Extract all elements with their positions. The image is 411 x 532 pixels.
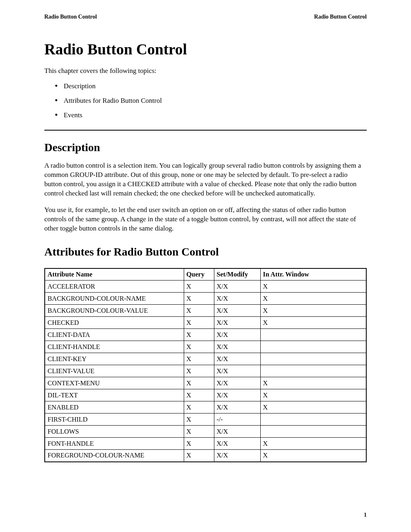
cell-setmodify: -/- — [214, 414, 260, 426]
cell-inattr — [260, 426, 366, 438]
attributes-heading: Attributes for Radio Button Control — [44, 245, 367, 258]
col-query: Query — [184, 268, 214, 281]
cell-query: X — [184, 365, 214, 377]
cell-name: FONT-HANDLE — [45, 438, 184, 450]
table-row: FONT-HANDLEXX/XX — [45, 438, 366, 450]
table-header-row: Attribute Name Query Set/Modify In Attr.… — [45, 268, 366, 281]
cell-query: X — [184, 281, 214, 293]
description-para-1: A radio button control is a selection it… — [44, 161, 367, 198]
attributes-table: Attribute Name Query Set/Modify In Attr.… — [44, 268, 367, 462]
table-row: FIRST-CHILDX-/- — [45, 414, 366, 426]
cell-setmodify: X/X — [214, 341, 260, 353]
topics-list: Description Attributes for Radio Button … — [44, 82, 367, 119]
table-row: CLIENT-KEYXX/X — [45, 353, 366, 365]
cell-inattr: X — [260, 281, 366, 293]
cell-name: FOLLOWS — [45, 426, 184, 438]
cell-inattr — [260, 353, 366, 365]
description-para-2: You use it, for example, to let the end … — [44, 206, 367, 233]
topic-item[interactable]: Description — [55, 82, 367, 90]
divider — [44, 130, 367, 131]
cell-setmodify: X/X — [214, 281, 260, 293]
cell-query: X — [184, 341, 214, 353]
table-row: CHECKEDXX/XX — [45, 317, 366, 329]
table-row: FOLLOWSXX/X — [45, 426, 366, 438]
cell-query: X — [184, 305, 214, 317]
cell-name: CONTEXT-MENU — [45, 377, 184, 389]
table-row: FOREGROUND-COLOUR-NAMEXX/XX — [45, 450, 366, 462]
cell-query: X — [184, 353, 214, 365]
cell-query: X — [184, 317, 214, 329]
table-row: ENABLEDXX/XX — [45, 401, 366, 414]
table-row: CLIENT-VALUEXX/X — [45, 365, 366, 377]
cell-name: CHECKED — [45, 317, 184, 329]
table-row: DIL-TEXTXX/XX — [45, 389, 366, 401]
table-row: CLIENT-HANDLEXX/X — [45, 341, 366, 353]
cell-name: BACKGROUND-COLOUR-NAME — [45, 293, 184, 305]
cell-setmodify: X/X — [214, 293, 260, 305]
cell-query: X — [184, 438, 214, 450]
intro-text: This chapter covers the following topics… — [44, 67, 367, 75]
cell-inattr: X — [260, 450, 366, 462]
cell-name: BACKGROUND-COLOUR-VALUE — [45, 305, 184, 317]
cell-name: CLIENT-VALUE — [45, 365, 184, 377]
cell-query: X — [184, 401, 214, 414]
cell-name: DIL-TEXT — [45, 389, 184, 401]
cell-query: X — [184, 450, 214, 462]
cell-name: CLIENT-DATA — [45, 329, 184, 341]
topic-item[interactable]: Attributes for Radio Button Control — [55, 97, 367, 105]
cell-query: X — [184, 329, 214, 341]
cell-inattr: X — [260, 438, 366, 450]
col-inattr: In Attr. Window — [260, 268, 366, 281]
cell-setmodify: X/X — [214, 305, 260, 317]
cell-setmodify: X/X — [214, 317, 260, 329]
cell-name: CLIENT-HANDLE — [45, 341, 184, 353]
cell-inattr — [260, 341, 366, 353]
cell-setmodify: X/X — [214, 389, 260, 401]
cell-inattr: X — [260, 401, 366, 414]
cell-inattr — [260, 414, 366, 426]
cell-setmodify: X/X — [214, 438, 260, 450]
cell-setmodify: X/X — [214, 353, 260, 365]
page-number: 1 — [364, 512, 367, 518]
cell-setmodify: X/X — [214, 450, 260, 462]
header-right: Radio Button Control — [314, 14, 367, 20]
cell-query: X — [184, 426, 214, 438]
cell-inattr: X — [260, 377, 366, 389]
cell-name: FIRST-CHILD — [45, 414, 184, 426]
topic-item[interactable]: Events — [55, 111, 367, 119]
attributes-table-body: ACCELERATORXX/XXBACKGROUND-COLOUR-NAMEXX… — [45, 281, 366, 462]
table-row: CONTEXT-MENUXX/XX — [45, 377, 366, 389]
cell-setmodify: X/X — [214, 377, 260, 389]
header-left: Radio Button Control — [44, 14, 97, 20]
cell-inattr: X — [260, 389, 366, 401]
cell-inattr — [260, 329, 366, 341]
table-row: CLIENT-DATAXX/X — [45, 329, 366, 341]
cell-setmodify: X/X — [214, 329, 260, 341]
col-setmodify: Set/Modify — [214, 268, 260, 281]
description-heading: Description — [44, 141, 367, 154]
cell-query: X — [184, 414, 214, 426]
cell-name: CLIENT-KEY — [45, 353, 184, 365]
cell-name: ENABLED — [45, 401, 184, 414]
cell-query: X — [184, 293, 214, 305]
cell-query: X — [184, 389, 214, 401]
table-row: ACCELERATORXX/XX — [45, 281, 366, 293]
cell-inattr — [260, 365, 366, 377]
cell-inattr: X — [260, 305, 366, 317]
cell-setmodify: X/X — [214, 401, 260, 414]
cell-inattr: X — [260, 317, 366, 329]
cell-query: X — [184, 377, 214, 389]
cell-setmodify: X/X — [214, 426, 260, 438]
cell-inattr: X — [260, 293, 366, 305]
page-title: Radio Button Control — [44, 40, 367, 58]
cell-setmodify: X/X — [214, 365, 260, 377]
table-row: BACKGROUND-COLOUR-NAMEXX/XX — [45, 293, 366, 305]
cell-name: ACCELERATOR — [45, 281, 184, 293]
col-attr-name: Attribute Name — [45, 268, 184, 281]
table-row: BACKGROUND-COLOUR-VALUEXX/XX — [45, 305, 366, 317]
cell-name: FOREGROUND-COLOUR-NAME — [45, 450, 184, 462]
